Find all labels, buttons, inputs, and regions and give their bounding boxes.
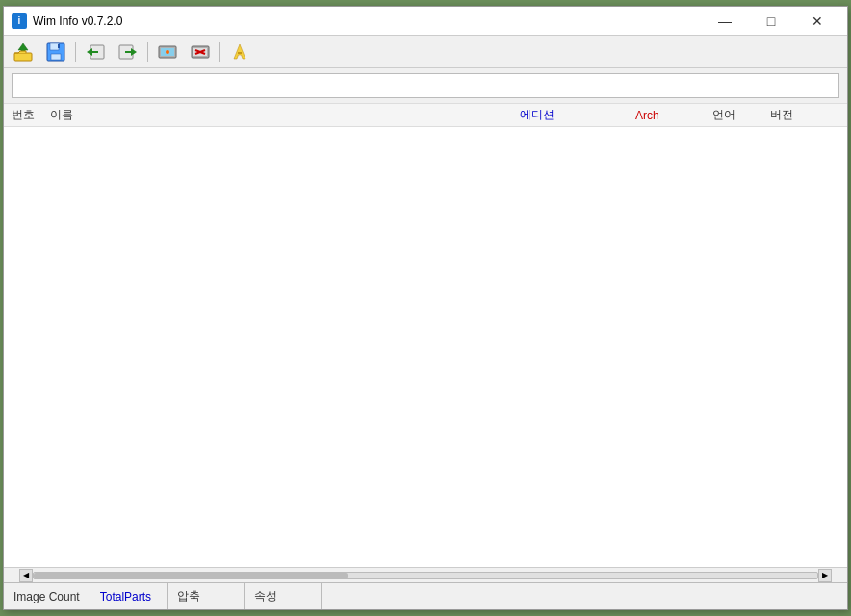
separator-1 xyxy=(75,42,76,62)
window-title: Wim Info v0.7.2.0 xyxy=(33,14,122,28)
col-header-arch[interactable]: Arch xyxy=(632,109,709,122)
open-wim-icon xyxy=(13,41,34,63)
horizontal-scrollbar[interactable]: ◀ ▶ xyxy=(4,567,847,582)
save-wim-button[interactable] xyxy=(40,38,71,65)
app-icon: i xyxy=(12,13,27,29)
address-input[interactable] xyxy=(16,79,835,92)
rename-button[interactable] xyxy=(224,38,255,65)
svg-rect-4 xyxy=(51,54,61,60)
svg-rect-1 xyxy=(14,53,32,61)
title-bar-left: i Wim Info v0.7.2.0 xyxy=(12,13,122,29)
status-image-count: Image Count xyxy=(4,583,90,609)
title-bar-controls: — □ ✕ xyxy=(703,7,839,36)
scroll-thumb[interactable] xyxy=(34,573,348,578)
toolbar xyxy=(4,36,847,68)
main-window: i Wim Info v0.7.2.0 — □ ✕ xyxy=(3,6,848,610)
separator-2 xyxy=(147,42,148,62)
col-header-language[interactable]: 언어 xyxy=(709,107,766,123)
import-image-button[interactable] xyxy=(113,38,143,65)
col-header-version[interactable]: 버전 xyxy=(766,107,843,123)
scroll-track[interactable] xyxy=(33,572,818,579)
export-image-button[interactable] xyxy=(80,38,111,65)
rename-icon xyxy=(229,41,250,63)
delete-image-icon xyxy=(190,41,211,63)
status-total-parts: TotalParts xyxy=(90,583,168,609)
status-compression: 압축 xyxy=(168,583,245,609)
export-image-icon xyxy=(85,41,106,63)
col-header-number[interactable]: 번호 xyxy=(8,107,46,123)
address-bar[interactable] xyxy=(12,73,839,98)
save-wim-icon xyxy=(45,41,66,63)
svg-point-12 xyxy=(166,50,169,54)
close-button[interactable]: ✕ xyxy=(795,7,839,36)
scroll-left-button[interactable]: ◀ xyxy=(19,569,33,582)
col-header-edition[interactable]: 에디션 xyxy=(516,107,632,123)
svg-rect-3 xyxy=(50,43,59,50)
scroll-right-button[interactable]: ▶ xyxy=(818,569,832,582)
minimize-button[interactable]: — xyxy=(703,7,747,36)
svg-marker-17 xyxy=(234,44,245,59)
capture-image-icon xyxy=(157,41,178,63)
maximize-button[interactable]: □ xyxy=(749,7,793,36)
col-header-name[interactable]: 이름 xyxy=(46,107,516,123)
status-properties: 속성 xyxy=(245,583,322,609)
status-bar: Image Count TotalParts 압축 속성 xyxy=(4,582,847,609)
open-wim-button[interactable] xyxy=(8,38,39,65)
content-area: 번호 이름 에디션 Arch 언어 버전 xyxy=(4,104,847,567)
import-image-icon xyxy=(117,41,139,63)
separator-3 xyxy=(219,42,220,62)
table-body xyxy=(4,127,847,567)
svg-rect-5 xyxy=(58,44,60,48)
title-bar: i Wim Info v0.7.2.0 — □ ✕ xyxy=(4,7,847,36)
delete-image-button[interactable] xyxy=(185,38,216,65)
table-header: 번호 이름 에디션 Arch 언어 버전 xyxy=(4,104,847,127)
capture-image-button[interactable] xyxy=(152,38,183,65)
